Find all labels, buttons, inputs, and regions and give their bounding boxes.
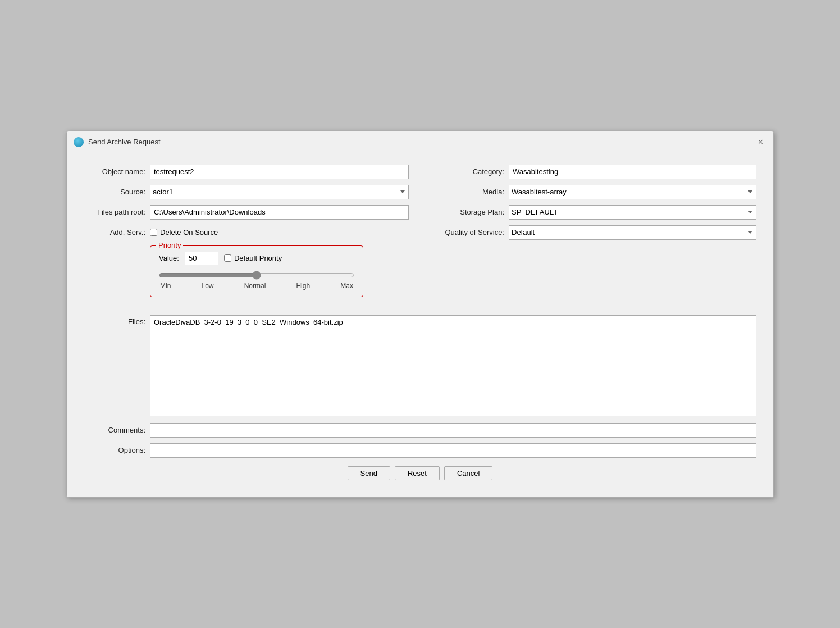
priority-label-normal: Normal xyxy=(244,282,266,290)
source-select[interactable]: actor1 actor2 xyxy=(150,185,409,199)
form-grid: Object name: Category: Source: actor1 ac… xyxy=(84,165,756,240)
priority-label-max: Max xyxy=(340,282,353,290)
priority-value-row: Value: Default Priority xyxy=(159,252,354,265)
dialog-icon xyxy=(74,137,84,147)
files-label: Files: xyxy=(84,315,145,326)
files-path-root-input[interactable] xyxy=(150,205,409,220)
priority-legend: Priority xyxy=(156,241,183,249)
options-label: Options: xyxy=(84,446,145,454)
storage-plan-row: Storage Plan: SP_DEFAULT xyxy=(431,205,756,220)
comments-input[interactable] xyxy=(150,423,756,438)
options-input[interactable] xyxy=(150,443,756,458)
dialog-body: Object name: Category: Source: actor1 ac… xyxy=(67,153,773,497)
spacer xyxy=(84,297,756,304)
priority-value-input[interactable] xyxy=(185,252,218,265)
category-input[interactable] xyxy=(509,165,756,179)
priority-section: Priority Value: Default Priority Min Low… xyxy=(84,245,756,297)
files-section: Files: OracleDivaDB_3-2-0_19_3_0_0_SE2_W… xyxy=(84,315,756,416)
priority-label-min: Min xyxy=(160,282,171,290)
comments-label: Comments: xyxy=(84,426,145,434)
send-button[interactable]: Send xyxy=(348,466,390,480)
priority-labels: Min Low Normal High Max xyxy=(159,282,354,290)
category-label: Category: xyxy=(431,167,504,176)
title-bar-left: Send Archive Request xyxy=(74,137,161,147)
source-label: Source: xyxy=(84,188,145,196)
quality-of-service-label: Quality of Service: xyxy=(431,228,504,236)
title-bar: Send Archive Request × xyxy=(67,131,773,153)
delete-on-source-label[interactable]: Delete On Source xyxy=(150,228,218,236)
category-row: Category: xyxy=(431,165,756,179)
reset-button[interactable]: Reset xyxy=(395,466,440,480)
comments-row: Comments: xyxy=(84,423,756,438)
default-priority-text: Default Priority xyxy=(234,254,282,262)
priority-value-label: Value: xyxy=(159,254,179,262)
priority-slider[interactable] xyxy=(159,271,354,280)
cancel-button[interactable]: Cancel xyxy=(444,466,492,480)
send-archive-request-dialog: Send Archive Request × Object name: Cate… xyxy=(66,131,774,498)
button-row: Send Reset Cancel xyxy=(84,466,756,486)
files-row: Files: OracleDivaDB_3-2-0_19_3_0_0_SE2_W… xyxy=(84,315,756,416)
delete-on-source-text: Delete On Source xyxy=(160,228,218,236)
files-path-root-row: Files path root: xyxy=(84,205,409,220)
dialog-title: Send Archive Request xyxy=(88,138,161,146)
quality-of-service-row: Quality of Service: Default xyxy=(431,225,756,240)
files-textarea[interactable]: OracleDivaDB_3-2-0_19_3_0_0_SE2_Windows_… xyxy=(150,315,756,416)
storage-plan-label: Storage Plan: xyxy=(431,208,504,216)
add-serv-row: Add. Serv.: Delete On Source xyxy=(84,225,409,240)
default-priority-checkbox[interactable] xyxy=(224,254,231,262)
media-row: Media: Wasabitest-array xyxy=(431,185,756,199)
object-name-input[interactable] xyxy=(150,165,409,179)
priority-box: Priority Value: Default Priority Min Low… xyxy=(150,245,363,297)
default-priority-label[interactable]: Default Priority xyxy=(224,254,282,262)
object-name-row: Object name: xyxy=(84,165,409,179)
delete-on-source-checkbox[interactable] xyxy=(150,229,157,236)
options-row: Options: xyxy=(84,443,756,458)
priority-slider-container: Min Low Normal High Max xyxy=(159,271,354,290)
media-select[interactable]: Wasabitest-array xyxy=(509,185,756,199)
source-row: Source: actor1 actor2 xyxy=(84,185,409,199)
priority-label-high: High xyxy=(296,282,310,290)
files-path-root-label: Files path root: xyxy=(84,208,145,216)
storage-plan-select[interactable]: SP_DEFAULT xyxy=(509,205,756,220)
media-label: Media: xyxy=(431,188,504,196)
close-button[interactable]: × xyxy=(755,136,766,148)
priority-label-low: Low xyxy=(201,282,213,290)
object-name-label: Object name: xyxy=(84,167,145,176)
add-serv-label: Add. Serv.: xyxy=(84,228,145,236)
quality-of-service-select[interactable]: Default xyxy=(509,225,756,240)
